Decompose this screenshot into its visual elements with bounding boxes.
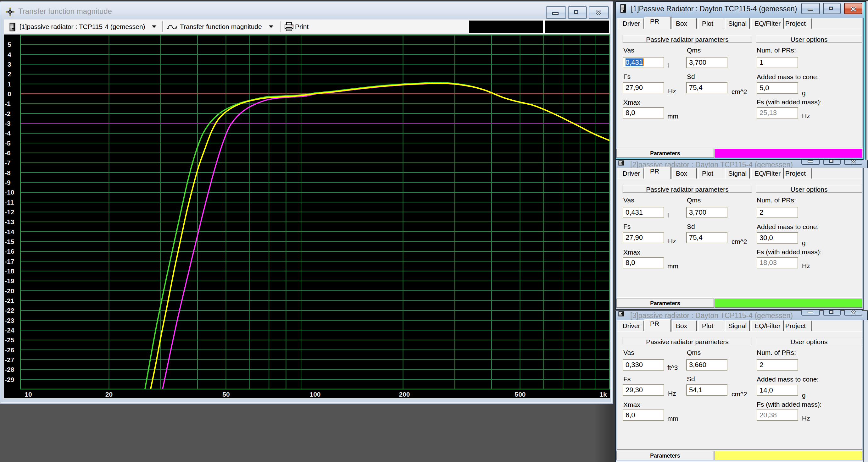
- svg-text:-29: -29: [5, 376, 14, 383]
- svg-text:-11: -11: [5, 199, 14, 206]
- svg-text:-21: -21: [5, 297, 14, 304]
- svg-text:-23: -23: [5, 317, 14, 324]
- svg-text:-22: -22: [5, 307, 14, 314]
- svg-text:-5: -5: [5, 139, 11, 147]
- svg-text:3: 3: [7, 61, 11, 68]
- svg-text:-25: -25: [5, 336, 14, 343]
- svg-text:5: 5: [7, 41, 11, 48]
- svg-text:-17: -17: [5, 258, 14, 265]
- svg-text:2: 2: [7, 70, 11, 78]
- svg-text:500: 500: [515, 391, 526, 398]
- svg-text:-18: -18: [5, 267, 14, 275]
- svg-text:10: 10: [25, 391, 32, 398]
- svg-text:-16: -16: [5, 248, 14, 255]
- svg-text:-20: -20: [5, 287, 14, 295]
- svg-text:-1: -1: [5, 100, 11, 107]
- svg-text:4: 4: [7, 51, 11, 58]
- svg-text:-19: -19: [5, 277, 14, 285]
- svg-text:-26: -26: [5, 346, 14, 354]
- svg-text:-15: -15: [5, 238, 14, 245]
- svg-text:100: 100: [309, 391, 320, 398]
- svg-text:-14: -14: [5, 228, 14, 235]
- svg-text:-7: -7: [5, 159, 11, 166]
- svg-text:-6: -6: [5, 149, 11, 157]
- svg-text:1: 1: [7, 80, 11, 88]
- svg-text:-3: -3: [5, 120, 11, 127]
- svg-text:-10: -10: [5, 189, 14, 196]
- svg-text:-9: -9: [5, 179, 11, 186]
- svg-text:0: 0: [7, 90, 11, 97]
- svg-text:-4: -4: [5, 130, 11, 137]
- svg-text:1k: 1k: [599, 391, 607, 398]
- svg-text:-28: -28: [5, 366, 14, 373]
- svg-text:-2: -2: [5, 110, 11, 117]
- svg-text:-27: -27: [5, 356, 14, 363]
- svg-text:-12: -12: [5, 208, 14, 216]
- svg-text:50: 50: [222, 391, 229, 398]
- svg-text:20: 20: [105, 391, 113, 398]
- svg-text:-13: -13: [5, 218, 14, 225]
- svg-text:200: 200: [399, 391, 410, 398]
- svg-text:-24: -24: [5, 327, 14, 334]
- svg-text:-8: -8: [5, 169, 11, 176]
